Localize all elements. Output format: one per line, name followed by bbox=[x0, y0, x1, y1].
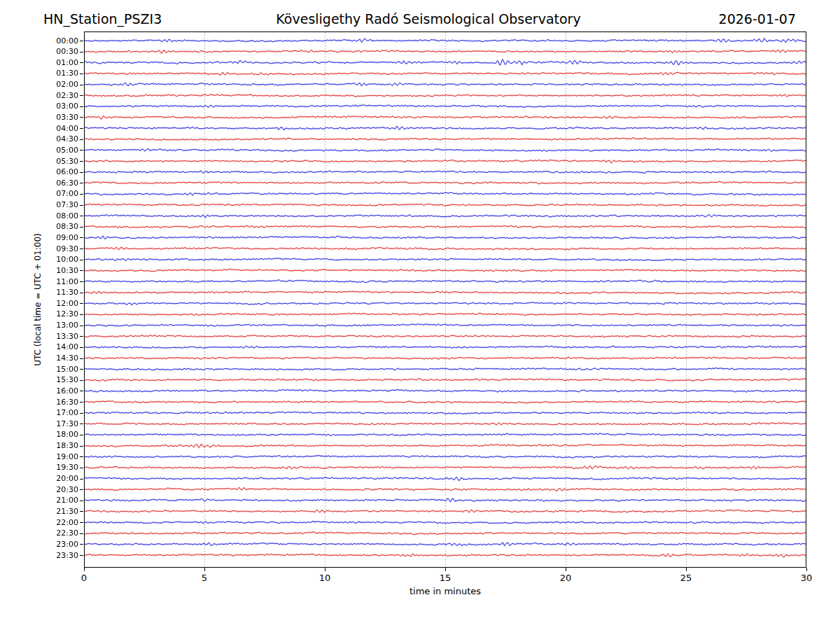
x-tick-label: 25 bbox=[680, 573, 692, 583]
row-label: 02:00 bbox=[24, 80, 78, 89]
row-label: 15:30 bbox=[24, 375, 78, 384]
row-tick bbox=[80, 161, 83, 162]
row-label: 00:30 bbox=[24, 47, 78, 56]
row-label: 05:30 bbox=[24, 157, 78, 166]
row-tick bbox=[80, 446, 83, 447]
row-label: 20:30 bbox=[24, 485, 78, 494]
row-label: 11:00 bbox=[24, 277, 78, 286]
row-tick bbox=[80, 511, 83, 512]
row-label: 23:30 bbox=[24, 551, 78, 560]
x-tick-label: 30 bbox=[801, 573, 813, 583]
row-label: 14:30 bbox=[24, 354, 78, 363]
row-label: 19:30 bbox=[24, 463, 78, 472]
plot-frame bbox=[84, 31, 806, 568]
row-label: 03:30 bbox=[24, 113, 78, 122]
row-label: 13:00 bbox=[24, 321, 78, 330]
row-label: 22:00 bbox=[24, 518, 78, 527]
row-tick bbox=[80, 533, 83, 534]
row-tick bbox=[80, 479, 83, 479]
row-tick bbox=[80, 227, 83, 227]
observatory-title: Kövesligethy Radó Seismological Observat… bbox=[276, 11, 580, 27]
row-label: 01:30 bbox=[24, 69, 78, 78]
row-tick bbox=[80, 413, 83, 414]
row-label: 23:00 bbox=[24, 540, 78, 549]
row-label: 09:00 bbox=[24, 233, 78, 242]
row-tick bbox=[80, 41, 83, 41]
x-tick bbox=[686, 568, 687, 571]
row-label: 15:00 bbox=[24, 365, 78, 374]
row-label: 12:00 bbox=[24, 299, 78, 308]
row-label: 06:00 bbox=[24, 167, 78, 176]
row-tick bbox=[80, 281, 83, 282]
x-tick-label: 20 bbox=[560, 573, 572, 583]
row-tick bbox=[80, 270, 83, 271]
row-tick bbox=[80, 128, 83, 129]
row-tick bbox=[80, 347, 83, 348]
row-tick bbox=[80, 106, 83, 107]
row-label: 07:00 bbox=[24, 189, 78, 198]
x-axis-label: time in minutes bbox=[410, 586, 481, 596]
row-tick bbox=[80, 62, 83, 63]
row-label: 16:00 bbox=[24, 386, 78, 396]
x-tick bbox=[445, 568, 446, 571]
row-label: 14:00 bbox=[24, 342, 78, 351]
row-tick bbox=[80, 293, 83, 293]
row-label: 10:00 bbox=[24, 255, 78, 264]
row-tick bbox=[80, 74, 83, 74]
row-tick bbox=[80, 424, 83, 424]
row-tick bbox=[80, 336, 83, 337]
date-title: 2026-01-07 bbox=[719, 11, 796, 27]
row-tick bbox=[80, 172, 83, 173]
row-label: 17:30 bbox=[24, 419, 78, 428]
row-tick bbox=[80, 544, 83, 545]
row-tick bbox=[80, 95, 83, 96]
row-tick bbox=[80, 402, 83, 402]
row-tick bbox=[80, 205, 83, 206]
row-label: 00:00 bbox=[24, 36, 78, 46]
row-label: 04:00 bbox=[24, 124, 78, 133]
row-label: 19:00 bbox=[24, 452, 78, 461]
x-tick bbox=[204, 568, 205, 571]
x-tick bbox=[84, 568, 85, 571]
row-tick bbox=[80, 391, 83, 391]
row-label: 21:00 bbox=[24, 496, 78, 505]
row-tick bbox=[80, 456, 83, 457]
helicorder-page: HN_Station_PSZI3 Kövesligethy Radó Seism… bbox=[0, 0, 840, 630]
row-tick bbox=[80, 150, 83, 150]
row-label: 16:30 bbox=[24, 398, 78, 407]
row-tick bbox=[80, 314, 83, 315]
row-label: 09:30 bbox=[24, 244, 78, 253]
row-label: 04:30 bbox=[24, 134, 78, 144]
row-tick bbox=[80, 85, 83, 85]
row-tick bbox=[80, 117, 83, 118]
x-tick-label: 5 bbox=[202, 573, 207, 583]
row-tick bbox=[80, 248, 83, 249]
row-tick bbox=[80, 555, 83, 556]
row-tick bbox=[80, 500, 83, 501]
row-tick bbox=[80, 522, 83, 523]
row-label: 22:30 bbox=[24, 528, 78, 538]
row-label: 03:00 bbox=[24, 102, 78, 111]
row-label: 13:30 bbox=[24, 332, 78, 341]
x-tick-label: 10 bbox=[319, 573, 331, 583]
row-label: 10:30 bbox=[24, 266, 78, 275]
row-label: 18:30 bbox=[24, 441, 78, 450]
x-tick bbox=[806, 568, 807, 571]
row-tick bbox=[80, 435, 83, 435]
row-label: 05:00 bbox=[24, 146, 78, 155]
row-tick bbox=[80, 489, 83, 490]
row-tick bbox=[80, 139, 83, 140]
row-tick bbox=[80, 194, 83, 195]
row-tick bbox=[80, 326, 83, 326]
row-tick bbox=[80, 380, 83, 381]
x-tick bbox=[566, 568, 566, 571]
row-label: 20:00 bbox=[24, 474, 78, 483]
row-tick bbox=[80, 237, 83, 238]
row-label: 17:00 bbox=[24, 408, 78, 417]
row-tick bbox=[80, 369, 83, 370]
row-tick bbox=[80, 260, 83, 260]
row-label: 18:00 bbox=[24, 430, 78, 439]
row-label: 12:30 bbox=[24, 309, 78, 318]
row-label: 08:00 bbox=[24, 211, 78, 220]
row-label: 11:30 bbox=[24, 288, 78, 297]
